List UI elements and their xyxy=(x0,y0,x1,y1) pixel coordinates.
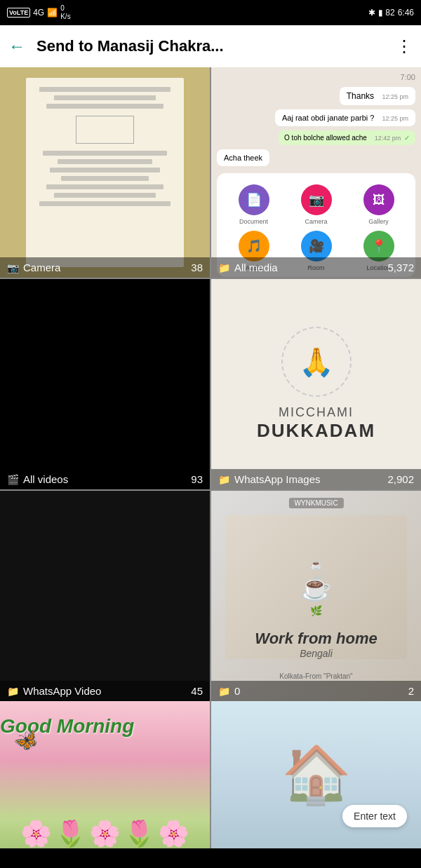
unnamed-count: 2 xyxy=(408,685,414,697)
media-grid: 📷 Camera 38 7:00 Thanks 12:25 pm Aaj raa… xyxy=(0,67,421,701)
folder-icon-unnamed: 📁 xyxy=(218,686,230,697)
unnamed-folder-label: 📁 0 2 xyxy=(211,681,421,701)
all-media-cell[interactable]: 7:00 Thanks 12:25 pm Aaj raat obdi janat… xyxy=(211,67,421,278)
camera-label: 📷 Camera 38 xyxy=(0,257,210,278)
folder-icon-all-media: 📁 xyxy=(218,262,230,273)
wa-images-folder-name: WhatsApp Images xyxy=(234,473,321,485)
page-title: Send to Manasij Chakra... xyxy=(36,37,385,55)
good-morning-cell[interactable]: Good Morning 🦋 🌸 🌷 🌸 🌷 🌸 xyxy=(0,701,210,848)
video-icon: 🎬 xyxy=(7,474,19,485)
att-camera: 📷 Camera xyxy=(301,184,332,225)
wa-images-count: 2,902 xyxy=(387,473,414,485)
music-content: WYNKMUSIC ☕ ☕ 🌿 Work from home Bengali K… xyxy=(211,491,421,701)
enter-text-bubble[interactable]: Enter text xyxy=(342,805,407,827)
music-cell[interactable]: WYNKMUSIC ☕ ☕ 🌿 Work from home Bengali K… xyxy=(211,491,421,701)
all-videos-cell[interactable]: 🎬 All videos 93 xyxy=(0,279,210,489)
unnamed-folder-name: 0 xyxy=(234,685,240,697)
chat-msg-acha: Acha theek xyxy=(217,149,269,166)
all-videos-folder-name: All videos xyxy=(23,473,68,485)
app-header: ← Send to Manasij Chakra... ⋮ xyxy=(0,25,421,67)
signal-strength: 4G xyxy=(33,8,44,18)
folder-icon-wa-video: 📁 xyxy=(7,686,19,697)
whatsapp-video-label: 📁 WhatsApp Video 45 xyxy=(0,681,210,701)
media-grid-bottom: Good Morning 🦋 🌸 🌷 🌸 🌷 🌸 🏠 Enter text xyxy=(0,701,421,848)
status-right: ✱ ▮ 82 6:46 xyxy=(368,8,414,18)
more-options-button[interactable]: ⋮ xyxy=(396,36,413,56)
battery-icon: ▮ 82 xyxy=(378,8,395,18)
all-media-label: 📁 All media 5,372 xyxy=(211,257,421,278)
mandala-icon: 🙏 xyxy=(281,327,352,397)
micchami-title: MICCHAMI xyxy=(257,405,375,420)
flowers-decoration: 🌸 🌷 🌸 🌷 🌸 xyxy=(0,708,210,848)
chat-msg-thanks: Thanks 12:25 pm xyxy=(340,87,415,105)
back-button[interactable]: ← xyxy=(8,36,25,56)
att-gallery: 🖼 Gallery xyxy=(363,184,394,225)
micchami-subtitle: DUKKADAM xyxy=(257,420,375,442)
house-cell[interactable]: 🏠 Enter text xyxy=(211,701,421,848)
wifi-icon: 📶 xyxy=(47,8,58,18)
micchami-poster: 🙏 MICCHAMI DUKKADAM xyxy=(243,313,389,456)
camera-cell[interactable]: 📷 Camera 38 xyxy=(0,67,210,278)
wynk-badge: WYNKMUSIC xyxy=(288,498,343,508)
music-title-block: Work from home Bengali xyxy=(211,630,421,659)
chat-msg-allowed: O toh bolche allowed ache 12:42 pm ✓ xyxy=(279,130,415,145)
all-media-count: 5,372 xyxy=(387,262,414,273)
speed-indicator: 0K/s xyxy=(60,4,70,21)
camera-icon: 📷 xyxy=(7,262,19,273)
camera-folder-name: Camera xyxy=(23,262,60,273)
chat-msg-aaj: Aaj raat obdi janate parbi ? 12:25 pm xyxy=(275,109,415,126)
house-icon: 🏠 xyxy=(281,742,352,808)
status-bar: VoLTE 4G 📶 0K/s ✱ ▮ 82 6:46 xyxy=(0,0,421,25)
all-videos-count: 93 xyxy=(191,473,203,485)
whatsapp-images-cell[interactable]: 🙏 MICCHAMI DUKKADAM 📁 WhatsApp Images 2,… xyxy=(211,279,421,489)
bluetooth-icon: ✱ xyxy=(368,8,375,18)
camera-preview xyxy=(0,67,210,278)
status-left: VoLTE 4G 📶 0K/s xyxy=(7,4,71,21)
wa-video-count: 45 xyxy=(191,685,203,697)
all-media-folder-name: All media xyxy=(234,262,278,273)
wa-video-folder-name: WhatsApp Video xyxy=(23,685,101,697)
chat-timestamp-top: 7:00 xyxy=(217,73,415,81)
time-display: 6:46 xyxy=(398,8,414,18)
all-videos-label: 🎬 All videos 93 xyxy=(0,469,210,489)
whatsapp-images-label: 📁 WhatsApp Images 2,902 xyxy=(211,469,421,489)
whatsapp-video-cell[interactable]: 📁 WhatsApp Video 45 xyxy=(0,491,210,701)
music-description: Kolkata-From "Praktan" xyxy=(211,672,421,680)
folder-icon-wa-images: 📁 xyxy=(218,474,230,485)
volte-badge: VoLTE xyxy=(7,8,30,18)
att-document: 📄 Document xyxy=(239,184,269,225)
camera-count: 38 xyxy=(191,262,203,273)
